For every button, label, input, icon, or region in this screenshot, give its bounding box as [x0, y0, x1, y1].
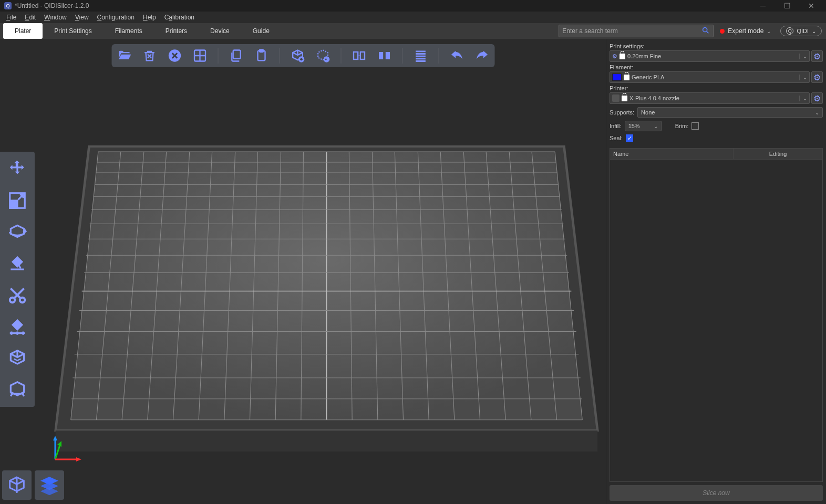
gear-icon: ⚙: [612, 53, 617, 60]
lock-icon: [622, 96, 627, 101]
menu-window[interactable]: Window: [40, 13, 71, 22]
view-preview-button[interactable]: [35, 470, 64, 500]
account-icon: Q: [786, 27, 793, 35]
scale-tool-icon[interactable]: [6, 190, 28, 212]
cut-tool-icon[interactable]: [6, 284, 28, 306]
print-settings-label: Print settings:: [610, 43, 823, 49]
hollow-tool-icon[interactable]: [6, 347, 28, 369]
account-label: QIDI: [797, 28, 809, 34]
expert-mode-dot: [720, 29, 725, 34]
menu-configuration[interactable]: Configuration: [93, 13, 139, 22]
tab-device[interactable]: Device: [199, 23, 241, 39]
printer-icon: [612, 94, 620, 102]
filament-value: Generic PLA: [632, 74, 664, 80]
app-icon: Q: [4, 2, 12, 9]
svg-line-52: [440, 152, 455, 420]
object-list-body: [610, 160, 822, 481]
print-settings-combo[interactable]: ⚙ 0.20mm Fine ⌄: [610, 50, 810, 62]
seal-checkbox[interactable]: ✓: [626, 134, 633, 142]
svg-line-43: [224, 152, 235, 420]
svg-line-45: [275, 152, 281, 420]
close-button[interactable]: ✕: [801, 0, 822, 12]
menu-view[interactable]: View: [71, 13, 93, 22]
menu-file[interactable]: File: [2, 13, 20, 22]
menu-edit[interactable]: Edit: [20, 13, 40, 22]
paste-icon[interactable]: [253, 47, 270, 64]
brim-checkbox[interactable]: [691, 122, 699, 130]
svg-line-50: [395, 152, 403, 420]
printer-edit-button[interactable]: ⚙: [811, 92, 823, 104]
simplify-tool-icon[interactable]: [6, 379, 28, 401]
arrange-icon[interactable]: [191, 47, 208, 64]
svg-point-0: [703, 27, 707, 32]
svg-marker-76: [53, 436, 57, 440]
measure-tool-icon[interactable]: [6, 316, 28, 338]
place-on-face-icon[interactable]: [6, 253, 28, 275]
svg-marker-36: [71, 152, 582, 420]
split-objects-icon[interactable]: [350, 47, 367, 64]
svg-rect-19: [360, 52, 364, 59]
svg-rect-10: [233, 50, 240, 59]
tab-print-settings[interactable]: Print Settings: [43, 23, 103, 39]
object-list: Name Editing: [610, 148, 823, 482]
add-instance-icon[interactable]: [289, 47, 306, 64]
remove-instance-icon[interactable]: [314, 47, 331, 64]
maximize-button[interactable]: ☐: [777, 0, 798, 12]
open-folder-icon[interactable]: [116, 47, 132, 64]
seal-label: Seal:: [610, 135, 623, 141]
minimize-button[interactable]: ─: [752, 0, 773, 12]
printer-combo[interactable]: X-Plus 4 0.4 nozzle ⌄: [610, 92, 810, 104]
svg-rect-12: [260, 49, 263, 52]
search-box[interactable]: [559, 25, 714, 37]
copy-icon[interactable]: [228, 47, 244, 64]
filament-label: Filament:: [610, 64, 823, 70]
account-badge[interactable]: Q QIDI ⌄: [780, 26, 822, 36]
svg-line-53: [463, 152, 480, 420]
menu-bar: File Edit Window View Configuration Help…: [0, 12, 826, 23]
redo-icon[interactable]: [473, 47, 490, 64]
printer-label: Printer:: [610, 85, 823, 91]
rotate-tool-icon[interactable]: [6, 221, 28, 243]
tab-guide[interactable]: Guide: [241, 23, 281, 39]
move-tool-icon[interactable]: [6, 158, 28, 180]
svg-marker-33: [56, 146, 597, 430]
search-input[interactable]: [562, 27, 701, 35]
supports-select[interactable]: None ⌄: [637, 107, 823, 118]
search-icon[interactable]: [701, 26, 710, 36]
lock-icon: [620, 54, 625, 59]
split-parts-icon[interactable]: [376, 47, 393, 64]
chevron-down-icon: ⌄: [799, 54, 807, 59]
delete-all-icon[interactable]: [166, 47, 183, 64]
view-3d-button[interactable]: [2, 470, 32, 500]
infill-label: Infill:: [610, 123, 622, 129]
svg-marker-35: [56, 430, 597, 452]
chevron-down-icon: ⌄: [767, 28, 771, 34]
supports-label: Supports:: [610, 109, 634, 116]
chevron-down-icon: ⌄: [654, 123, 658, 129]
svg-rect-18: [354, 52, 358, 59]
table-header-editing[interactable]: Editing: [733, 149, 822, 159]
svg-marker-80: [76, 457, 81, 461]
menu-help[interactable]: Help: [139, 13, 160, 22]
tab-plater[interactable]: Plater: [3, 23, 43, 39]
undo-icon[interactable]: [448, 47, 465, 64]
printer-value: X-Plus 4 0.4 nozzle: [629, 95, 679, 101]
tab-filaments[interactable]: Filaments: [104, 23, 154, 39]
mode-selector[interactable]: Expert mode ⌄: [720, 27, 771, 35]
brim-label: Brim:: [675, 123, 689, 129]
svg-line-57: [555, 152, 582, 420]
window-title: *Untitled - QIDISlicer-1.2.0: [15, 2, 89, 9]
print-settings-edit-button[interactable]: ⚙: [811, 50, 823, 62]
viewport-3d[interactable]: [0, 39, 606, 504]
filament-edit-button[interactable]: ⚙: [811, 71, 823, 83]
svg-rect-20: [379, 52, 383, 59]
delete-icon[interactable]: [141, 47, 158, 64]
infill-select[interactable]: 15% ⌄: [625, 121, 662, 131]
tab-printers[interactable]: Printers: [154, 23, 199, 39]
slice-now-button[interactable]: Slice now: [610, 485, 823, 501]
filament-combo[interactable]: Generic PLA ⌄: [610, 71, 810, 83]
table-header-name[interactable]: Name: [610, 149, 733, 159]
menu-calibration[interactable]: Calibration: [160, 13, 199, 22]
filament-color-swatch: [612, 74, 622, 81]
variable-layer-icon[interactable]: [412, 47, 429, 64]
